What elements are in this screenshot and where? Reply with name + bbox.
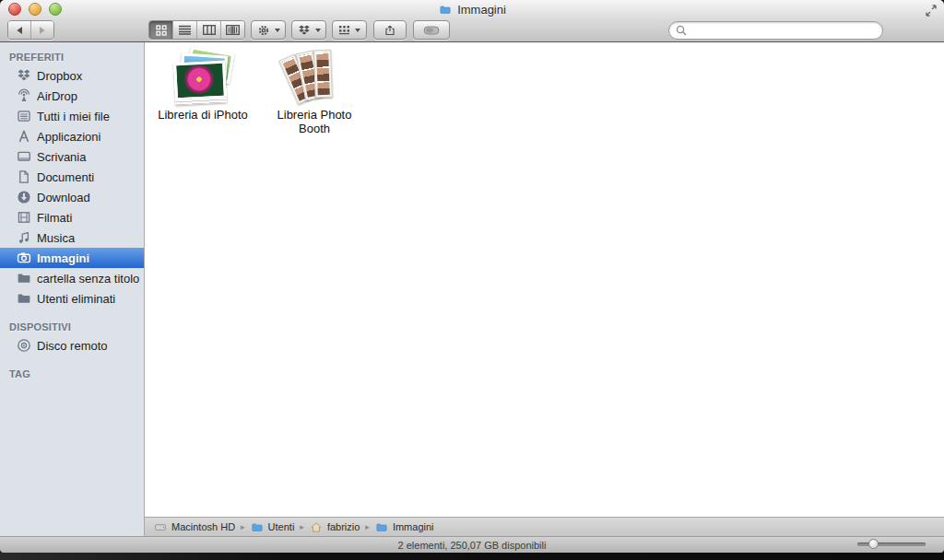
file-photobooth-library[interactable]: Libreria Photo Booth: [270, 50, 359, 135]
action-menu-button[interactable]: [251, 20, 286, 40]
tags-button[interactable]: [413, 20, 450, 40]
sidebar-item-deleted-users[interactable]: Utenti eliminati: [0, 288, 144, 309]
status-text: 2 elementi, 250,07 GB disponibili: [398, 540, 547, 551]
chevron-down-icon: [275, 29, 280, 32]
forward-button[interactable]: [31, 21, 53, 39]
search-input[interactable]: [690, 23, 876, 38]
sidebar-item-applications[interactable]: Applicazioni: [0, 126, 144, 146]
dropbox-icon: [17, 68, 31, 83]
path-separator: ▸: [241, 522, 245, 531]
camera-icon: [17, 251, 31, 265]
sidebar-item-pictures[interactable]: Immagini: [0, 248, 144, 268]
desktop-background: [0, 553, 944, 560]
airdrop-icon: [17, 88, 31, 103]
sidebar-item-dropbox[interactable]: Dropbox: [0, 65, 144, 86]
file-browser-area[interactable]: Libreria di iPhoto Libreria Photo Booth: [145, 42, 944, 517]
chevron-down-icon: [315, 29, 321, 32]
path-separator: ▸: [365, 522, 370, 531]
window-header: Immagini: [0, 0, 944, 42]
sidebar-section-tag: TAG: [0, 365, 144, 382]
music-icon: [17, 230, 31, 245]
sidebar-section-preferiti: PREFERITI: [0, 48, 144, 65]
movies-icon: [17, 210, 31, 225]
home-icon: [310, 521, 323, 533]
close-button[interactable]: [8, 3, 21, 16]
folder-icon: [251, 521, 264, 533]
icon-view-button[interactable]: [149, 21, 173, 39]
folder-icon: [375, 521, 388, 533]
minimize-button[interactable]: [29, 3, 41, 16]
desktop-icon: [17, 149, 31, 164]
file-label: Libreria di iPhoto: [158, 108, 248, 122]
file-iphoto-library[interactable]: Libreria di iPhoto: [147, 50, 259, 122]
title-bar[interactable]: Immagini: [0, 0, 944, 18]
finder-window: Immagini: [0, 0, 944, 553]
path-segment-utenti[interactable]: Utenti: [251, 521, 295, 533]
traffic-lights: [8, 3, 62, 16]
sidebar-item-movies[interactable]: Filmati: [0, 207, 144, 228]
toolbar: [0, 18, 944, 41]
status-bar: 2 elementi, 250,07 GB disponibili: [0, 536, 944, 553]
download-icon: [17, 190, 31, 204]
column-view-button[interactable]: [197, 21, 221, 39]
all-files-icon: [17, 109, 31, 123]
applications-icon: [17, 129, 31, 144]
sidebar-section-dispositivi: DISPOSITIVI: [0, 318, 144, 335]
path-separator: ▸: [300, 522, 304, 531]
hard-disk-icon: [154, 521, 167, 533]
dropbox-menu-button[interactable]: [291, 20, 326, 40]
screen: Immagini: [0, 0, 944, 560]
sidebar-item-all-files[interactable]: Tutti i miei file: [0, 106, 144, 126]
sidebar-item-remote-disc[interactable]: Disco remoto: [0, 335, 144, 356]
zoom-button[interactable]: [49, 3, 62, 16]
fullscreen-icon[interactable]: [925, 4, 938, 16]
path-segment-macintosh-hd[interactable]: Macintosh HD: [154, 521, 235, 533]
sidebar-item-download[interactable]: Download: [0, 187, 144, 207]
icon-size-slider[interactable]: [857, 542, 926, 546]
coverflow-view-button[interactable]: [221, 21, 244, 39]
path-segment-immagini[interactable]: Immagini: [375, 521, 434, 533]
view-switcher: [148, 20, 245, 40]
chevron-down-icon: [355, 29, 360, 32]
window-title-area: Immagini: [0, 0, 944, 18]
search-field[interactable]: [668, 21, 883, 40]
folder-icon: [438, 4, 453, 15]
path-segment-fabrizio[interactable]: fabrizio: [310, 521, 360, 533]
sidebar-item-music[interactable]: Musica: [0, 228, 144, 248]
list-view-button[interactable]: [173, 21, 197, 39]
file-label: Libreria Photo Booth: [270, 108, 359, 135]
back-button[interactable]: [8, 21, 31, 39]
sidebar-item-airdrop[interactable]: AirDrop: [0, 86, 144, 106]
window-title: Immagini: [457, 3, 506, 17]
share-button[interactable]: [373, 20, 407, 40]
sidebar-item-documents[interactable]: Documenti: [0, 167, 144, 187]
photobooth-library-icon: [285, 50, 344, 103]
folder-icon: [17, 271, 31, 286]
sidebar: PREFERITI Dropbox AirDrop Tutti i miei f…: [0, 42, 145, 536]
documents-icon: [17, 169, 31, 184]
nav-buttons: [7, 20, 54, 40]
slider-knob[interactable]: [868, 539, 879, 549]
folder-icon: [17, 291, 31, 306]
sidebar-item-untitled-folder[interactable]: cartella senza titolo: [0, 268, 144, 288]
disc-icon: [17, 338, 31, 353]
search-icon: [676, 25, 687, 36]
sidebar-item-desktop[interactable]: Scrivania: [0, 146, 144, 167]
arrange-menu-button[interactable]: [332, 20, 367, 40]
iphoto-library-icon: [173, 50, 232, 103]
path-bar: Macintosh HD ▸ Utenti ▸ fabrizio ▸: [145, 517, 944, 536]
